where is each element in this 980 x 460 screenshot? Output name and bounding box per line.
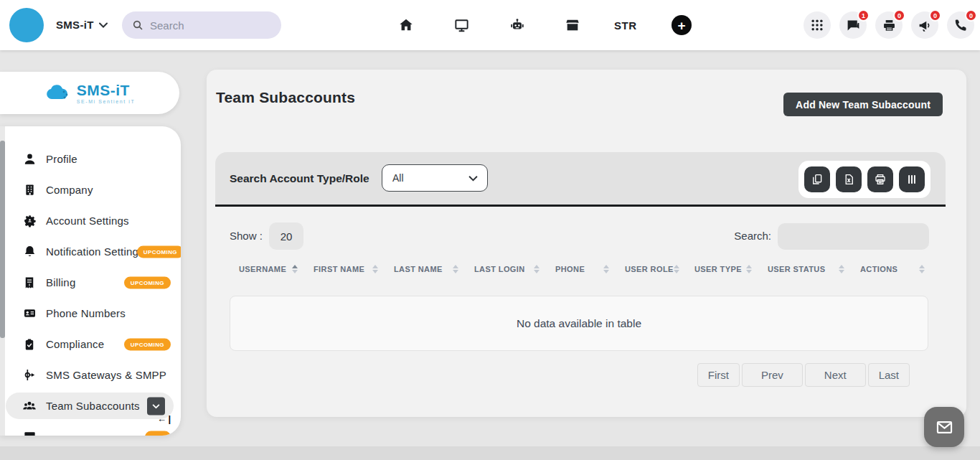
column-header-last-login[interactable]: LAST LOGIN (474, 265, 555, 273)
fax-badge: 0 (893, 9, 905, 22)
first-page-button[interactable]: First (697, 363, 740, 387)
sidebar-item-label: Profile (46, 153, 77, 165)
topbar-search (122, 11, 281, 39)
print-icon (874, 173, 887, 186)
messages-badge: 1 (857, 9, 870, 22)
upcoming-badge: UPCOMING (124, 338, 171, 350)
phone-icon[interactable]: 0 (947, 11, 974, 39)
pagination: First Prev Next Last (697, 363, 910, 387)
team-subaccounts-panel: Team Subaccounts Add New Team Subaccount… (207, 70, 966, 417)
text-cursor-pointer: ← | (157, 413, 171, 424)
sort-icon (292, 265, 298, 273)
empty-table-message: No data available in table (230, 296, 928, 351)
fax-print-icon[interactable]: 0 (875, 11, 903, 39)
upcoming-badge (145, 431, 171, 436)
column-header-username[interactable]: USERNAME (239, 265, 314, 273)
clipboard-check-icon (22, 338, 37, 351)
next-page-button[interactable]: Next (805, 363, 866, 387)
plus-button[interactable]: + (672, 15, 692, 35)
sidebar-item-sms-gateways[interactable]: SMS Gateways & SMPP (0, 360, 181, 390)
sidebar-item-label: Account Settings (46, 215, 129, 227)
excel-export-button[interactable] (836, 166, 862, 192)
table-search-label: Search: (734, 230, 771, 242)
column-header-user-role[interactable]: USER ROLE (625, 265, 694, 273)
sort-icon (534, 265, 540, 273)
broadcast-badge: 0 (929, 9, 941, 22)
column-header-user-type[interactable]: USER TYPE (694, 265, 768, 273)
print-button[interactable] (867, 166, 893, 192)
column-header-phone[interactable]: PHONE (555, 265, 625, 273)
messages-icon[interactable]: 1 (839, 11, 867, 39)
chevron-down-icon (99, 22, 108, 28)
monitor-icon[interactable] (447, 11, 476, 39)
chevron-down-icon (152, 403, 160, 408)
column-header-first-name[interactable]: FIRST NAME (314, 265, 394, 273)
show-label: Show : (230, 230, 263, 242)
settings-sidebar: Profile Company Account Settings Notific… (0, 126, 181, 436)
logo-title: SMS-iT (77, 83, 136, 98)
broadcast-icon[interactable]: 0 (911, 11, 938, 39)
excel-export-icon (842, 173, 855, 186)
sidebar-item-compliance[interactable]: Compliance UPCOMING (0, 329, 181, 360)
home-icon[interactable] (392, 11, 420, 39)
select-value: All (392, 172, 404, 184)
users-group-icon (22, 399, 37, 413)
gear-icon (22, 214, 37, 227)
robot-icon[interactable] (503, 11, 532, 39)
copy-button[interactable] (804, 166, 830, 192)
str-menu[interactable]: STR (614, 19, 637, 32)
sidebar-item-team-subaccounts[interactable]: Team Subaccounts (6, 393, 174, 419)
table-search-input[interactable] (778, 223, 929, 250)
upcoming-badge: UPCOMING (124, 276, 171, 288)
sort-icon (453, 265, 458, 273)
prev-page-button[interactable]: Prev (742, 363, 803, 387)
sidebar-item-notification-settings[interactable]: Notification Settings UPCOMING (0, 236, 181, 267)
page-size-select[interactable]: 20 (269, 222, 303, 250)
calls-badge: 0 (965, 9, 977, 22)
sidebar-item-label: Phone Numbers (46, 307, 126, 319)
account-type-select[interactable]: All (382, 164, 488, 192)
sidebar-item-label: Company (46, 184, 93, 196)
logo-tagline: SE-Mi Sentient iT (77, 99, 136, 104)
cloud-logo-icon (44, 83, 72, 103)
column-header-last-name[interactable]: LAST NAME (394, 265, 474, 273)
avatar[interactable] (9, 8, 44, 42)
screen-icon (22, 430, 37, 436)
last-page-button[interactable]: Last (868, 363, 910, 387)
sidebar-item-billing[interactable]: Billing UPCOMING (0, 267, 181, 298)
upcoming-badge: UPCOMING (137, 245, 181, 258)
sidebar-logo[interactable]: SMS-iT SE-Mi Sentient iT (0, 72, 179, 114)
sort-icon (603, 265, 609, 273)
filter-bar: Search Account Type/Role All (215, 152, 946, 207)
columns-icon (905, 173, 918, 186)
column-header-actions[interactable]: ACTIONS (860, 265, 925, 273)
page-title: Team Subaccounts (216, 89, 355, 106)
search-input[interactable] (150, 19, 265, 32)
sidebar-item-label: SMS Gateways & SMPP (46, 369, 166, 381)
sort-icon (746, 265, 752, 273)
sidebar-item-profile[interactable]: Profile (0, 144, 181, 174)
sidebar-item-account-settings[interactable]: Account Settings (0, 205, 181, 236)
expand-subaccounts-button[interactable] (147, 397, 165, 415)
store-icon[interactable] (558, 11, 587, 39)
sort-icon (919, 265, 925, 273)
brand-label: SMS-iT (56, 19, 94, 31)
sidebar-item-phone-numbers[interactable]: Phone Numbers (0, 298, 181, 329)
brand-menu[interactable]: SMS-iT (56, 19, 108, 31)
sidebar-item-partial[interactable] (0, 421, 181, 436)
chat-launcher-button[interactable] (924, 407, 964, 447)
column-header-user-status[interactable]: USER STATUS (768, 265, 860, 273)
sidebar-item-label: Notification Settings (46, 245, 144, 258)
add-new-team-subaccount-button[interactable]: Add New Team Subaccount (783, 93, 943, 116)
export-toolbar (798, 161, 930, 198)
building-icon (22, 183, 37, 197)
bell-icon (22, 245, 37, 258)
sort-icon (674, 265, 679, 273)
apps-grid-icon[interactable] (804, 11, 831, 39)
sidebar-item-company[interactable]: Company (0, 174, 181, 205)
sidebar-item-label: Billing (46, 276, 75, 288)
columns-button[interactable] (899, 166, 925, 192)
copy-icon (811, 173, 824, 186)
bottom-band (0, 446, 980, 460)
search-icon (132, 19, 143, 31)
